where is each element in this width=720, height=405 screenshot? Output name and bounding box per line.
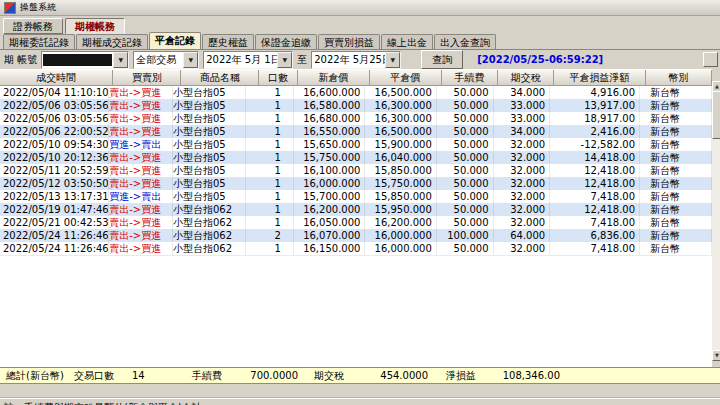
cell-time: 2022/05/13 13:17:31	[0, 190, 109, 203]
cell-fee: 100.000	[437, 229, 494, 242]
summary-pnl-value: 108,346.00	[496, 369, 560, 382]
sub-tab-8[interactable]: 出入金查詢	[434, 34, 496, 49]
cell-open_price: 16,150.000	[294, 242, 365, 255]
account-select[interactable]: ▼	[41, 51, 129, 69]
cell-pnl: -12,582.00	[550, 138, 640, 151]
table-row[interactable]: 2022/05/06 03:05:56賣出->買進小型台指05116,680.0…	[0, 112, 712, 125]
cell-fee: 50.000	[437, 99, 494, 112]
cell-product: 小型台指05	[173, 99, 246, 112]
cell-fee: 50.000	[437, 125, 494, 138]
cell-fee: 50.000	[437, 203, 494, 216]
column-header-side[interactable]: 買賣別	[113, 70, 181, 86]
column-header-lots[interactable]: 口數	[259, 70, 297, 86]
date-from-select[interactable]: 2022年 5月 1日 ▼	[203, 51, 293, 69]
table-row[interactable]: 2022/05/11 20:52:59賣出->買進小型台指05116,100.0…	[0, 164, 712, 177]
table-row[interactable]: 2022/05/19 01:47:46賣出->買進小型台指062116,200.…	[0, 203, 712, 216]
sub-tab-5[interactable]: 保證金追繳	[255, 34, 317, 49]
scroll-down-icon[interactable]: ▼	[712, 350, 720, 361]
cell-open_price: 16,600.000	[294, 86, 365, 99]
cell-currency: 新台幣	[640, 164, 712, 177]
sub-tab-2[interactable]: 期權成交記錄	[76, 34, 148, 49]
cell-side: 買進->賣出	[109, 190, 173, 203]
sub-tab-3[interactable]: 平倉記錄	[149, 32, 201, 49]
cell-product: 小型台指05	[173, 125, 246, 138]
vertical-scrollbar[interactable]: ▲ ▼	[712, 81, 720, 361]
cell-open_price: 16,070.000	[294, 229, 365, 242]
summary-fee-label: 手續費	[192, 369, 222, 382]
cell-product: 小型台指062	[173, 216, 246, 229]
sub-tab-1[interactable]: 期權委託記錄	[3, 34, 75, 49]
title-bar: 操盤系統	[0, 0, 720, 16]
table-row[interactable]: 2022/05/04 11:10:10賣出->買進小型台指05116,600.0…	[0, 86, 712, 99]
cell-pnl: 2,416.00	[550, 125, 640, 138]
cell-open_price: 16,580.000	[294, 99, 365, 112]
table-header: 成交時間買賣別商品名稱口數新倉價平倉價手續費期交稅平倉損益淨額幣別	[0, 69, 712, 86]
trade-type-select[interactable]: 全部交易 ▼	[133, 51, 199, 69]
cell-currency: 新台幣	[640, 99, 712, 112]
cell-close_price: 15,950.000	[365, 203, 436, 216]
table-row[interactable]: 2022/05/06 22:00:52賣出->買進小型台指05116,550.0…	[0, 125, 712, 138]
sub-tab-6[interactable]: 買賣別損益	[318, 34, 380, 49]
cell-currency: 新台幣	[640, 151, 712, 164]
column-header-pnl[interactable]: 平倉損益淨額	[554, 70, 646, 86]
table-row[interactable]: 2022/05/21 00:42:53賣出->買進小型台指062116,050.…	[0, 216, 712, 229]
date-to-select[interactable]: 2022年 5月25日 ▼	[311, 51, 401, 69]
table-row[interactable]: 2022/05/24 11:26:46賣出->買進小型台指062216,070.…	[0, 229, 712, 242]
top-right-button[interactable]	[703, 52, 718, 67]
search-button[interactable]: 查詢	[421, 50, 463, 69]
cell-fee: 50.000	[437, 190, 494, 203]
cell-close_price: 16,040.000	[365, 151, 436, 164]
table-row[interactable]: 2022/05/24 11:26:46賣出->買進小型台指062116,150.…	[0, 242, 712, 255]
cell-time: 2022/05/19 01:47:46	[0, 203, 109, 216]
table-row[interactable]: 2022/05/12 03:50:50賣出->買進小型台指05116,000.0…	[0, 177, 712, 190]
cell-tax: 34.000	[494, 125, 551, 138]
cell-close_price: 15,900.000	[365, 138, 436, 151]
cell-product: 小型台指05	[173, 190, 246, 203]
table-row[interactable]: 2022/05/06 03:05:56賣出->買進小型台指05116,580.0…	[0, 99, 712, 112]
app-icon	[4, 2, 16, 14]
column-header-open_price[interactable]: 新倉價	[298, 70, 370, 86]
summary-lots-label: 交易口數	[74, 369, 114, 382]
cell-time: 2022/05/24 11:26:46	[0, 229, 109, 242]
cell-pnl: 7,418.00	[550, 216, 640, 229]
cell-currency: 新台幣	[640, 203, 712, 216]
chevron-down-icon[interactable]: ▼	[113, 52, 128, 68]
chevron-down-icon[interactable]: ▼	[385, 52, 400, 68]
cell-lots: 1	[246, 151, 294, 164]
cell-lots: 1	[246, 125, 294, 138]
chevron-down-icon[interactable]: ▼	[277, 52, 292, 68]
cell-tax: 32.000	[494, 216, 551, 229]
cell-currency: 新台幣	[640, 86, 712, 99]
cell-product: 小型台指05	[173, 112, 246, 125]
cell-time: 2022/05/24 11:26:46	[0, 242, 109, 255]
summary-fee-value: 700.0000	[240, 369, 298, 382]
column-header-currency[interactable]: 幣別	[646, 70, 712, 86]
main-tab-1[interactable]: 證券帳務	[3, 18, 63, 34]
column-header-close_price[interactable]: 平倉價	[370, 70, 442, 86]
cell-fee: 50.000	[437, 216, 494, 229]
column-header-tax[interactable]: 期交稅	[498, 70, 554, 86]
date-from-value: 2022年 5月 1日	[204, 53, 277, 67]
column-header-product[interactable]: 商品名稱	[181, 70, 259, 86]
main-tab-2[interactable]: 期權帳務	[65, 18, 125, 34]
cell-close_price: 15,750.000	[365, 177, 436, 190]
table-row[interactable]: 2022/05/13 13:17:31買進->賣出小型台指05115,700.0…	[0, 190, 712, 203]
scrollbar-thumb[interactable]	[712, 91, 720, 139]
table-row[interactable]: 2022/05/10 09:54:30買進->賣出小型台指05115,650.0…	[0, 138, 712, 151]
cell-side: 賣出->買進	[109, 216, 173, 229]
cell-side: 賣出->買進	[109, 151, 173, 164]
cell-lots: 1	[246, 203, 294, 216]
sub-tab-4[interactable]: 歷史權益	[202, 34, 254, 49]
table-row[interactable]: 2022/05/10 20:12:36賣出->買進小型台指05115,750.0…	[0, 151, 712, 164]
cell-side: 賣出->買進	[109, 125, 173, 138]
cell-open_price: 16,200.000	[294, 203, 365, 216]
cell-tax: 34.000	[494, 86, 551, 99]
column-header-fee[interactable]: 手續費	[442, 70, 498, 86]
chevron-down-icon[interactable]: ▼	[183, 52, 198, 68]
column-header-time[interactable]: 成交時間	[0, 70, 113, 86]
date-to-value: 2022年 5月25日	[312, 53, 385, 67]
sub-tab-7[interactable]: 線上出金	[381, 34, 433, 49]
cell-pnl: 14,418.00	[550, 151, 640, 164]
cell-tax: 64.000	[494, 229, 551, 242]
cell-time: 2022/05/10 20:12:36	[0, 151, 109, 164]
